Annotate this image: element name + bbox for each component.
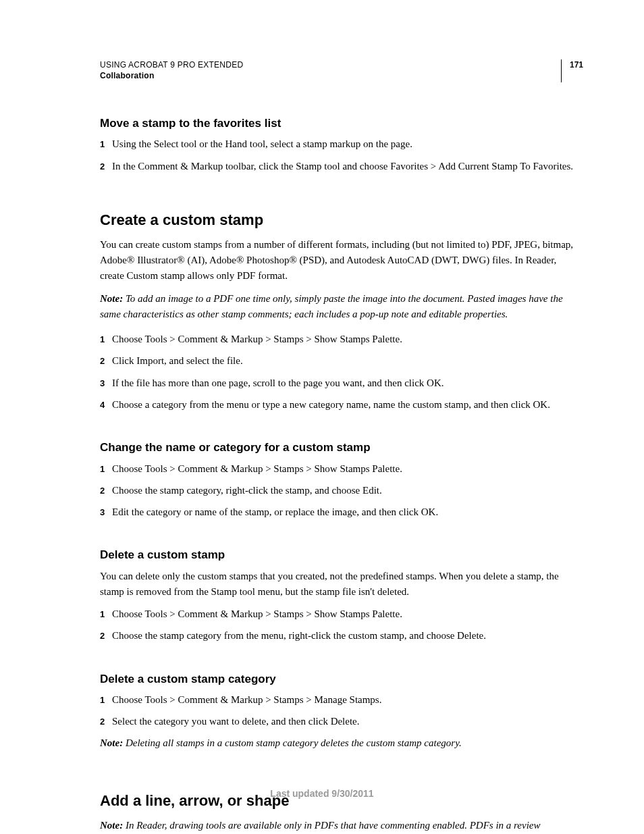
step-text: Choose Tools > Comment & Markup > Stamps… bbox=[112, 463, 402, 474]
step-text: Choose the stamp category, right-click t… bbox=[112, 485, 382, 496]
paragraph: You can create custom stamps from a numb… bbox=[100, 237, 576, 284]
step-text: Edit the category or name of the stamp, … bbox=[112, 506, 438, 517]
list-item: 1Choose Tools > Comment & Markup > Stamp… bbox=[112, 461, 576, 477]
note-label: Note: bbox=[100, 820, 123, 831]
steps-delete-stamp: 1Choose Tools > Comment & Markup > Stamp… bbox=[100, 606, 576, 644]
heading-delete-category: Delete a custom stamp category bbox=[100, 671, 576, 688]
step-text: Using the Select tool or the Hand tool, … bbox=[112, 138, 412, 149]
list-item: 1Using the Select tool or the Hand tool,… bbox=[112, 136, 576, 152]
list-item: 1Choose Tools > Comment & Markup > Stamp… bbox=[112, 332, 576, 347]
page-header: USING ACROBAT 9 PRO EXTENDED Collaborati… bbox=[100, 59, 576, 82]
list-item: 3If the file has more than one page, scr… bbox=[112, 375, 576, 391]
list-item: 1Choose Tools > Comment & Markup > Stamp… bbox=[112, 606, 576, 622]
step-text: Choose Tools > Comment & Markup > Stamps… bbox=[112, 608, 402, 619]
list-item: 2Select the category you want to delete,… bbox=[112, 714, 576, 729]
list-item: 4Choose a category from the menu or type… bbox=[112, 397, 576, 413]
step-text: Choose Tools > Comment & Markup > Stamps… bbox=[112, 334, 402, 344]
note: Note: To add an image to a PDF one time … bbox=[100, 291, 576, 323]
heading-change-name: Change the name or category for a custom… bbox=[100, 439, 576, 457]
page-content: Move a stamp to the favorites list 1Usin… bbox=[100, 115, 576, 834]
document-page: USING ACROBAT 9 PRO EXTENDED Collaborati… bbox=[0, 0, 644, 834]
heading-move-favorites: Move a stamp to the favorites list bbox=[100, 115, 576, 132]
page-number-block: 171 bbox=[561, 59, 583, 82]
step-text: Choose Tools > Comment & Markup > Stamps… bbox=[112, 694, 381, 705]
step-text: In the Comment & Markup toolbar, click t… bbox=[112, 161, 573, 172]
page-number: 171 bbox=[570, 59, 583, 70]
steps-delete-category: 1Choose Tools > Comment & Markup > Stamp… bbox=[100, 692, 576, 730]
note-body: In Reader, drawing tools are available o… bbox=[100, 820, 541, 834]
heading-delete-stamp: Delete a custom stamp bbox=[100, 546, 576, 564]
paragraph: You can delete only the custom stamps th… bbox=[100, 569, 576, 600]
list-item: 2Click Import, and select the file. bbox=[112, 353, 576, 369]
step-text: Click Import, and select the file. bbox=[112, 355, 243, 366]
note-label: Note: bbox=[100, 737, 123, 748]
note-body: Deleting all stamps in a custom stamp ca… bbox=[123, 737, 462, 748]
steps-move-favorites: 1Using the Select tool or the Hand tool,… bbox=[100, 136, 576, 174]
list-item: 1Choose Tools > Comment & Markup > Stamp… bbox=[112, 692, 576, 708]
list-item: 3Edit the category or name of the stamp,… bbox=[112, 504, 576, 520]
header-chapter: Collaboration bbox=[100, 70, 243, 81]
note: Note: In Reader, drawing tools are avail… bbox=[100, 818, 576, 834]
step-text: Select the category you want to delete, … bbox=[112, 716, 360, 727]
heading-create-custom: Create a custom stamp bbox=[100, 209, 576, 232]
step-text: Choose a category from the menu or type … bbox=[112, 399, 550, 410]
header-product: USING ACROBAT 9 PRO EXTENDED bbox=[100, 59, 243, 70]
steps-create-custom: 1Choose Tools > Comment & Markup > Stamp… bbox=[100, 332, 576, 413]
page-footer: Last updated 9/30/2011 bbox=[0, 788, 644, 799]
note: Note: Deleting all stamps in a custom st… bbox=[100, 735, 576, 751]
list-item: 2Choose the stamp category, right-click … bbox=[112, 483, 576, 498]
list-item: 2Choose the stamp category from the menu… bbox=[112, 628, 576, 644]
list-item: 2In the Comment & Markup toolbar, click … bbox=[112, 159, 576, 174]
step-text: If the file has more than one page, scro… bbox=[112, 377, 444, 388]
step-text: Choose the stamp category from the menu,… bbox=[112, 630, 486, 641]
steps-change-name: 1Choose Tools > Comment & Markup > Stamp… bbox=[100, 461, 576, 521]
note-body: To add an image to a PDF one time only, … bbox=[100, 293, 563, 319]
note-label: Note: bbox=[100, 293, 123, 304]
